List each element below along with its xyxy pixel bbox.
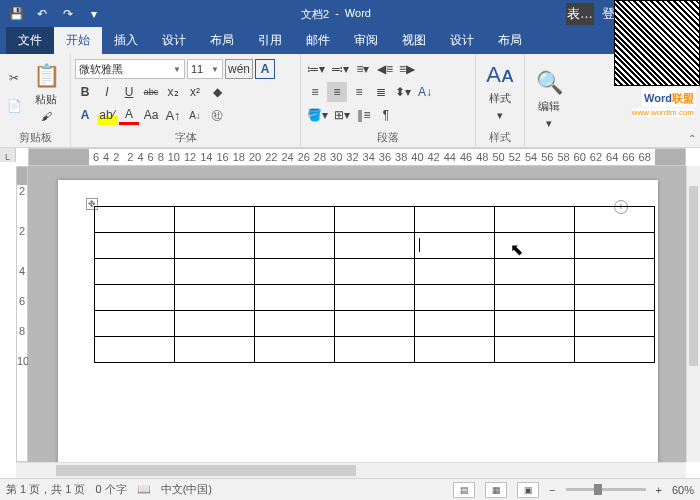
tab-layout[interactable]: 布局 <box>198 27 246 54</box>
zoom-slider[interactable] <box>566 488 646 491</box>
phonetic-guide-icon[interactable]: wén <box>225 59 253 79</box>
subscript-button[interactable]: x₂ <box>163 82 183 102</box>
text-effects-icon[interactable]: A <box>75 105 95 125</box>
watermark-logo: Word联盟 <box>642 88 696 107</box>
char-border-icon[interactable]: A <box>255 59 275 79</box>
paste-icon: 📋 <box>33 63 60 89</box>
status-bar: 第 1 页，共 1 页 0 个字 📖 中文(中国) ▤ ▦ ▣ − + 60% <box>0 478 700 500</box>
group-styles: Aᴀ 样式▾ 样式 <box>476 54 525 147</box>
font-family-combo[interactable]: 微软雅黑▼ <box>75 59 185 79</box>
horizontal-ruler[interactable]: 6422468101214161820222426283032343638404… <box>28 148 686 166</box>
group-paragraph: ≔▾ ≕▾ ≡▾ ◀≡ ≡▶ ≡ ≡ ≡ ≣ ⬍▾ A↓ 🪣▾ ⊞▾ ‖≡ ¶ … <box>301 54 476 147</box>
multilevel-icon[interactable]: ≡▾ <box>353 59 373 79</box>
redo-icon[interactable]: ↷ <box>56 3 80 25</box>
collapse-ribbon-icon[interactable]: ⌃ <box>688 133 696 144</box>
highlight-icon[interactable]: ab⁄ <box>97 105 117 125</box>
read-mode-icon[interactable]: ▤ <box>453 482 475 498</box>
text-cursor <box>419 238 420 252</box>
page: ✥ + <box>58 180 658 462</box>
undo-icon[interactable]: ↶ <box>30 3 54 25</box>
page-indicator[interactable]: 第 1 页，共 1 页 <box>6 482 85 497</box>
zoom-in-icon[interactable]: + <box>656 484 662 496</box>
watermark-url: www.wordlm.com <box>632 108 694 117</box>
distributed-icon[interactable]: ⬍▾ <box>393 82 413 102</box>
web-layout-icon[interactable]: ▣ <box>517 482 539 498</box>
customize-qat-icon[interactable]: ▾ <box>82 3 106 25</box>
tab-review[interactable]: 审阅 <box>342 27 390 54</box>
tab-mailings[interactable]: 邮件 <box>294 27 342 54</box>
font-size-combo[interactable]: 11▼ <box>187 59 223 79</box>
tab-insert[interactable]: 插入 <box>102 27 150 54</box>
horizontal-scrollbar[interactable] <box>16 462 686 478</box>
styles-button[interactable]: Aᴀ 样式▾ <box>480 58 520 126</box>
change-case-icon[interactable]: Aa <box>141 105 161 125</box>
table-tools-indicator: 表… <box>566 3 594 25</box>
copy-icon[interactable]: 📄 <box>4 96 24 116</box>
find-icon: 🔍 <box>536 70 563 96</box>
align-right-icon[interactable]: ≡ <box>349 82 369 102</box>
language-indicator[interactable]: 中文(中国) <box>161 482 212 497</box>
tab-table-layout[interactable]: 布局 <box>486 27 534 54</box>
align-left-icon[interactable]: ≡ <box>305 82 325 102</box>
clear-format-icon[interactable]: ◆ <box>207 82 227 102</box>
print-layout-icon[interactable]: ▦ <box>485 482 507 498</box>
zoom-level[interactable]: 60% <box>672 484 694 496</box>
sort-icon[interactable]: A↓ <box>415 82 435 102</box>
paste-button[interactable]: 📋 粘贴 🖌 <box>26 58 66 126</box>
cut-icon[interactable]: ✂ <box>4 68 24 88</box>
styles-icon: Aᴀ <box>486 62 514 88</box>
scrollbar-thumb[interactable] <box>56 465 356 476</box>
qr-code <box>614 0 700 86</box>
scrollbar-thumb[interactable] <box>689 186 698 366</box>
slider-thumb[interactable] <box>594 484 602 495</box>
word-count[interactable]: 0 个字 <box>95 482 126 497</box>
tab-home[interactable]: 开始 <box>54 27 102 54</box>
ribbon-tabs: 文件 开始 插入 设计 布局 引用 邮件 审阅 视图 设计 布局 💡告诉我 <box>0 28 700 54</box>
tab-file[interactable]: 文件 <box>6 27 54 54</box>
document-area[interactable]: ✥ + <box>28 166 686 462</box>
font-color-icon[interactable]: A <box>119 105 139 125</box>
quick-access-toolbar: 💾 ↶ ↷ ▾ <box>4 3 106 25</box>
grow-font-icon[interactable]: A↑ <box>163 105 183 125</box>
bullets-icon[interactable]: ≔▾ <box>305 59 327 79</box>
document-table[interactable] <box>94 206 655 363</box>
show-marks-icon[interactable]: ¶ <box>376 105 396 125</box>
window-title: 文档2-Word <box>106 7 566 22</box>
tab-references[interactable]: 引用 <box>246 27 294 54</box>
vertical-scrollbar[interactable] <box>686 166 700 462</box>
spellcheck-icon[interactable]: 📖 <box>137 483 151 496</box>
align-center-icon[interactable]: ≡ <box>327 82 347 102</box>
save-icon[interactable]: 💾 <box>4 3 28 25</box>
shrink-font-icon[interactable]: A↓ <box>185 105 205 125</box>
group-editing: 🔍 编辑▾ <box>525 54 573 147</box>
underline-button[interactable]: U <box>119 82 139 102</box>
numbering-icon[interactable]: ≕▾ <box>329 59 351 79</box>
editing-button[interactable]: 🔍 编辑▾ <box>529 66 569 134</box>
italic-button[interactable]: I <box>97 82 117 102</box>
vertical-tab-selector[interactable]: L <box>0 148 16 162</box>
superscript-button[interactable]: x² <box>185 82 205 102</box>
borders-icon[interactable]: ⊞▾ <box>332 105 352 125</box>
tab-table-design[interactable]: 设计 <box>438 27 486 54</box>
bold-button[interactable]: B <box>75 82 95 102</box>
enclosed-char-icon[interactable]: ㊓ <box>207 105 227 125</box>
zoom-out-icon[interactable]: − <box>549 484 555 496</box>
vertical-ruler[interactable]: 2 2 4 6 8 10 <box>16 166 28 462</box>
strike-button[interactable]: abc <box>141 82 161 102</box>
tab-view[interactable]: 视图 <box>390 27 438 54</box>
increase-indent-icon[interactable]: ≡▶ <box>397 59 417 79</box>
ribbon: ✂ 📄 📋 粘贴 🖌 剪贴板 微软雅黑▼ 11▼ wén A B I U a <box>0 54 700 148</box>
format-painter-icon[interactable]: 🖌 <box>41 110 52 122</box>
decrease-indent-icon[interactable]: ◀≡ <box>375 59 395 79</box>
group-clipboard: ✂ 📄 📋 粘贴 🖌 剪贴板 <box>0 54 71 147</box>
line-spacing-icon[interactable]: ‖≡ <box>354 105 374 125</box>
tab-design[interactable]: 设计 <box>150 27 198 54</box>
shading-icon[interactable]: 🪣▾ <box>305 105 330 125</box>
title-bar: 💾 ↶ ↷ ▾ 文档2-Word 表… 登录 ☰ — <box>0 0 700 28</box>
justify-icon[interactable]: ≣ <box>371 82 391 102</box>
group-font: 微软雅黑▼ 11▼ wén A B I U abc x₂ x² ◆ A ab⁄ … <box>71 54 301 147</box>
